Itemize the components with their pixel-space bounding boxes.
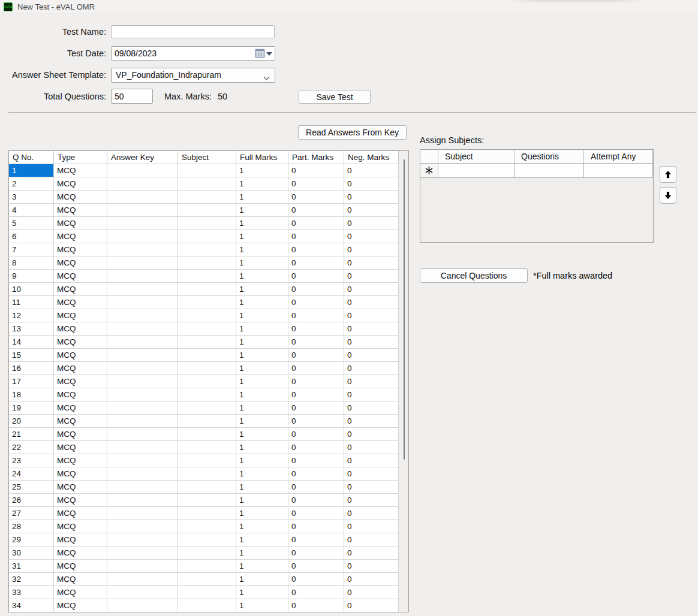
grid-vertical-scrollbar[interactable] (399, 151, 408, 612)
cell-qno[interactable]: 32 (9, 573, 54, 586)
cell-qno[interactable]: 16 (9, 362, 54, 375)
scrollbar-thumb[interactable] (404, 159, 405, 460)
cell-full-marks[interactable]: 1 (236, 494, 288, 507)
table-row[interactable]: 21 MCQ 1 0 0 (9, 428, 408, 441)
cell-type[interactable]: MCQ (54, 296, 107, 309)
cell-answer-key[interactable] (107, 441, 178, 454)
cell-type[interactable]: MCQ (54, 230, 107, 243)
cell-answer-key[interactable] (107, 177, 178, 191)
table-row[interactable]: 22 MCQ 1 0 0 (9, 441, 408, 454)
table-row[interactable]: 25 MCQ 1 0 0 (9, 481, 408, 494)
cell-type[interactable]: MCQ (54, 415, 107, 428)
cell-subject[interactable] (178, 322, 236, 336)
table-row[interactable]: 18 MCQ 1 0 0 (9, 388, 408, 401)
cancel-questions-button[interactable]: Cancel Questions (420, 268, 528, 283)
table-row[interactable]: 23 MCQ 1 0 0 (9, 454, 408, 467)
cell-answer-key[interactable] (107, 481, 178, 494)
cell-neg-marks[interactable]: 0 (344, 362, 399, 375)
cell-neg-marks[interactable]: 0 (344, 494, 399, 507)
cell-full-marks[interactable]: 1 (236, 309, 288, 322)
cell-qno[interactable]: 24 (9, 467, 54, 481)
cell-qno[interactable]: 1 (9, 164, 54, 177)
cell-part-marks[interactable]: 0 (288, 401, 344, 415)
column-header[interactable]: Neg. Marks (344, 151, 399, 164)
cell-type[interactable]: MCQ (54, 454, 107, 467)
table-row[interactable]: 16 MCQ 1 0 0 (9, 362, 408, 375)
cell-answer-key[interactable] (107, 270, 178, 283)
cell-part-marks[interactable]: 0 (288, 243, 344, 256)
cell-answer-key[interactable] (107, 454, 178, 467)
cell-type[interactable]: MCQ (54, 599, 107, 612)
total-questions-input[interactable] (111, 89, 153, 104)
cell-neg-marks[interactable]: 0 (344, 177, 399, 191)
cell-answer-key[interactable] (107, 336, 178, 349)
subject-column-header[interactable]: Subject (438, 150, 515, 164)
cell-type[interactable]: MCQ (54, 467, 107, 481)
table-row[interactable]: 24 MCQ 1 0 0 (9, 467, 408, 481)
cell-qno[interactable]: 13 (9, 322, 54, 336)
cell-type[interactable]: MCQ (54, 322, 107, 336)
cell-subject[interactable] (178, 230, 236, 243)
cell-subject[interactable] (178, 441, 236, 454)
cell-neg-marks[interactable]: 0 (344, 441, 399, 454)
cell-answer-key[interactable] (107, 309, 178, 322)
move-up-button[interactable] (660, 166, 676, 183)
questions-cell-empty[interactable] (515, 164, 584, 178)
cell-qno[interactable]: 14 (9, 336, 54, 349)
cell-qno[interactable]: 2 (9, 177, 54, 191)
table-row[interactable]: 1 MCQ 1 0 0 (9, 164, 408, 177)
cell-qno[interactable]: 26 (9, 494, 54, 507)
cell-neg-marks[interactable]: 0 (344, 322, 399, 336)
cell-full-marks[interactable]: 1 (236, 415, 288, 428)
cell-full-marks[interactable]: 1 (236, 256, 288, 270)
cell-type[interactable]: MCQ (54, 336, 107, 349)
cell-qno[interactable]: 10 (9, 283, 54, 296)
cell-answer-key[interactable] (107, 362, 178, 375)
cell-neg-marks[interactable]: 0 (344, 336, 399, 349)
template-select[interactable]: VP_Foundation_Indrapuram (111, 68, 275, 83)
cell-full-marks[interactable]: 1 (236, 454, 288, 467)
table-row[interactable]: 14 MCQ 1 0 0 (9, 336, 408, 349)
table-row[interactable]: 8 MCQ 1 0 0 (9, 256, 408, 270)
cell-part-marks[interactable]: 0 (288, 322, 344, 336)
cell-neg-marks[interactable]: 0 (344, 573, 399, 586)
cell-type[interactable]: MCQ (54, 388, 107, 401)
test-date-picker[interactable]: 09/08/2023 (111, 46, 275, 61)
cell-subject[interactable] (178, 586, 236, 599)
cell-type[interactable]: MCQ (54, 204, 107, 217)
cell-neg-marks[interactable]: 0 (344, 428, 399, 441)
cell-part-marks[interactable]: 0 (288, 586, 344, 599)
cell-subject[interactable] (178, 349, 236, 362)
cell-subject[interactable] (178, 507, 236, 520)
cell-neg-marks[interactable]: 0 (344, 164, 399, 177)
cell-qno[interactable]: 28 (9, 520, 54, 533)
cell-part-marks[interactable]: 0 (288, 454, 344, 467)
cell-full-marks[interactable]: 1 (236, 322, 288, 336)
cell-qno[interactable]: 21 (9, 428, 54, 441)
cell-full-marks[interactable]: 1 (236, 599, 288, 612)
cell-type[interactable]: MCQ (54, 586, 107, 599)
cell-qno[interactable]: 31 (9, 560, 54, 573)
cell-subject[interactable] (178, 217, 236, 230)
cell-type[interactable]: MCQ (54, 494, 107, 507)
cell-type[interactable]: MCQ (54, 428, 107, 441)
cell-subject[interactable] (178, 296, 236, 309)
cell-answer-key[interactable] (107, 415, 178, 428)
questions-column-header[interactable]: Questions (515, 150, 584, 164)
cell-part-marks[interactable]: 0 (288, 560, 344, 573)
attempt-any-column-header[interactable]: Attempt Any (584, 150, 653, 164)
cell-full-marks[interactable]: 1 (236, 191, 288, 204)
table-row[interactable]: 28 MCQ 1 0 0 (9, 520, 408, 533)
cell-subject[interactable] (178, 270, 236, 283)
column-header[interactable]: Subject (178, 151, 236, 164)
cell-part-marks[interactable]: 0 (288, 546, 344, 560)
table-row[interactable]: 33 MCQ 1 0 0 (9, 586, 408, 599)
cell-part-marks[interactable]: 0 (288, 191, 344, 204)
cell-qno[interactable]: 27 (9, 507, 54, 520)
cell-part-marks[interactable]: 0 (288, 230, 344, 243)
table-row[interactable]: 20 MCQ 1 0 0 (9, 415, 408, 428)
cell-full-marks[interactable]: 1 (236, 375, 288, 388)
cell-neg-marks[interactable]: 0 (344, 349, 399, 362)
table-row[interactable]: 7 MCQ 1 0 0 (9, 243, 408, 256)
cell-subject[interactable] (178, 375, 236, 388)
